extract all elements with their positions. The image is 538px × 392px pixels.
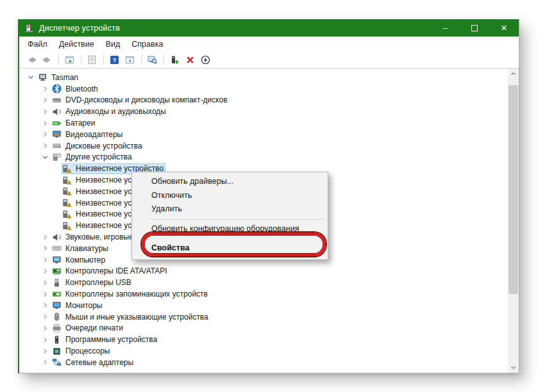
chevron-right-icon[interactable] <box>38 85 51 93</box>
menu-file[interactable]: Файл <box>22 38 53 51</box>
chevron-right-icon[interactable] <box>38 130 51 138</box>
chevron-up-icon <box>510 70 517 78</box>
tree-item[interactable]: ?Другие устройства <box>19 152 508 163</box>
back-button[interactable] <box>26 54 38 67</box>
context-menu-item-update-hardware-config[interactable]: Обновить конфигурацию оборудования <box>132 222 328 236</box>
properties-button[interactable] <box>86 54 99 67</box>
tree-item[interactable]: Дисковые устройства <box>19 140 508 152</box>
context-menu-item-uninstall[interactable]: Удалить <box>132 202 328 216</box>
uninstall-device-button[interactable] <box>184 54 197 67</box>
chevron-right-icon[interactable] <box>38 96 51 104</box>
tree-item[interactable]: Аудиовходы и аудиовыходы <box>19 106 508 117</box>
chevron-down-icon[interactable] <box>24 73 37 81</box>
chevron-right-icon[interactable] <box>38 233 51 241</box>
chevron-right-icon[interactable] <box>38 119 51 127</box>
tree-item[interactable]: Tasman <box>19 72 508 83</box>
chevron-right-icon[interactable] <box>38 290 51 298</box>
scan-hardware-changes-button[interactable] <box>146 54 159 67</box>
software-device-icon <box>52 335 63 345</box>
tree-item-content: Контроллеры USB <box>51 277 133 288</box>
tree-item-content: Аудиовходы и аудиовыходы <box>51 106 168 117</box>
window-controls: – ✕ <box>430 19 519 37</box>
help-button[interactable]: ? <box>108 54 121 67</box>
unknown-device-icon <box>62 209 73 219</box>
context-menu-item-properties[interactable]: Свойства <box>132 240 328 256</box>
forward-button[interactable] <box>41 54 54 67</box>
chevron-right-icon[interactable] <box>38 358 51 366</box>
chevron-right-icon[interactable] <box>38 336 51 344</box>
close-icon: ✕ <box>501 23 508 33</box>
tree-item-label: Мыши и иные указывающие устройства <box>65 313 208 322</box>
close-button[interactable]: ✕ <box>489 19 519 37</box>
chevron-right-icon[interactable] <box>38 267 51 275</box>
scrollbar-down-button[interactable] <box>508 362 519 373</box>
minimize-button[interactable]: – <box>430 19 460 37</box>
toolbar: ? <box>19 52 519 69</box>
action-pane-icon <box>125 55 135 65</box>
show-console-tree-button[interactable] <box>63 54 76 67</box>
unknown-device-icon <box>62 186 73 196</box>
tree-item-content: Программные устройства <box>51 334 159 345</box>
chevron-right-icon[interactable] <box>38 347 51 355</box>
context-menu-item-disable[interactable]: Отключить <box>132 189 328 203</box>
tree-item-label: Контроллеры USB <box>65 278 131 287</box>
menu-action[interactable]: Действие <box>53 38 100 51</box>
tree-item[interactable]: Батареи <box>19 117 508 129</box>
titlebar: Диспетчер устройств – ✕ <box>19 19 519 37</box>
network-icon <box>52 357 63 367</box>
chevron-down-icon[interactable] <box>38 153 51 161</box>
device-manager-app-icon <box>24 23 35 33</box>
tree-item-content: Видеоадаптеры <box>51 129 124 140</box>
tree-item[interactable]: Видеоадаптеры <box>19 129 508 140</box>
menu-view[interactable]: Вид <box>100 38 126 51</box>
battery-icon <box>52 118 63 128</box>
tree-item[interactable]: Очереди печати <box>19 323 508 334</box>
chevron-right-icon[interactable] <box>38 142 51 150</box>
disable-device-button[interactable] <box>199 54 212 67</box>
tree-item[interactable]: Bluetooth <box>19 83 508 95</box>
tree-item[interactable]: Мыши и иные указывающие устройства <box>19 311 508 323</box>
scrollbar-up-button[interactable] <box>508 69 519 79</box>
tree-item[interactable]: Сетевые адаптеры <box>19 357 508 368</box>
menubar: ФайлДействиеВидСправка <box>19 37 519 52</box>
chevron-right-icon[interactable] <box>38 279 51 287</box>
other-device-icon: ? <box>52 152 63 162</box>
scrollbar-thumb[interactable] <box>509 85 518 294</box>
mouse-icon <box>52 312 63 322</box>
chevron-right-icon[interactable] <box>38 313 51 321</box>
tree-item[interactable]: DVD-дисководы и дисководы компакт-дисков <box>19 95 508 106</box>
usb-icon <box>52 278 63 288</box>
tree-item-content: Контроллеры IDE ATA/ATAPI <box>51 266 169 277</box>
toolbar-separator <box>141 54 142 65</box>
chevron-right-icon[interactable] <box>38 324 51 332</box>
device-manager-window: Диспетчер устройств – ✕ ФайлДействиеВидС… <box>18 19 519 373</box>
chevron-right-icon[interactable] <box>38 256 51 264</box>
maximize-button[interactable] <box>460 19 489 37</box>
tree-item-label: Батареи <box>65 118 95 127</box>
tree-item-label: Мониторы <box>65 301 102 310</box>
tree-item-content: Очереди печати <box>51 323 125 334</box>
tree-item[interactable]: Мониторы <box>19 300 508 311</box>
tree-item[interactable]: Контроллеры запоминающих устройств <box>19 288 508 300</box>
tree-item[interactable]: Программные устройства <box>19 334 508 345</box>
unknown-device-icon <box>62 221 73 231</box>
action-pane-button[interactable] <box>124 54 137 67</box>
disc-drive-icon <box>52 95 63 105</box>
tree-item-label: Программные устройства <box>65 335 157 344</box>
tree-item[interactable]: Контроллеры IDE ATA/ATAPI <box>19 266 508 277</box>
toolbar-separator <box>103 54 104 65</box>
chevron-right-icon[interactable] <box>38 301 51 309</box>
monitor-icon <box>52 300 63 310</box>
tree-item-content: Компьютер <box>51 254 107 265</box>
tree-item[interactable]: Контроллеры USB <box>19 277 508 288</box>
update-driver-button[interactable] <box>169 54 181 67</box>
unknown-device-icon <box>62 176 73 185</box>
chevron-right-icon[interactable] <box>38 108 51 116</box>
vertical-scrollbar[interactable] <box>508 69 519 373</box>
tree-item[interactable]: Процессоры <box>19 345 508 357</box>
menu-help[interactable]: Справка <box>126 38 169 51</box>
context-menu-item-update-drivers[interactable]: Обновить драйверы... <box>132 175 328 189</box>
cpu-icon <box>52 347 63 356</box>
tree-item-content: Tasman <box>37 72 80 83</box>
chevron-right-icon[interactable] <box>38 244 51 252</box>
